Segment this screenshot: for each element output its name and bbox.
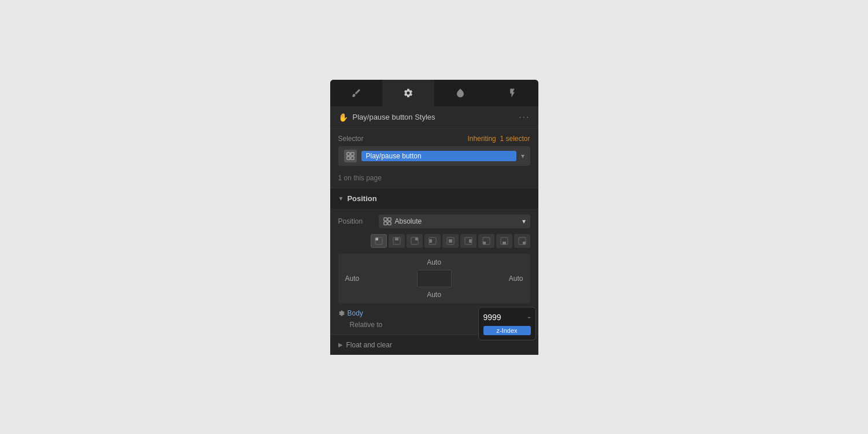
svg-rect-3	[350, 156, 353, 159]
dropdown-arrow-icon: ▾	[521, 152, 525, 160]
tab-settings[interactable]	[382, 80, 434, 106]
position-section-title: Position	[347, 194, 376, 203]
section-collapse-icon: ▼	[338, 195, 344, 202]
selector-dropdown-row: Play/pause button ▾	[330, 146, 538, 170]
pos-right-value[interactable]: Auto	[505, 273, 527, 284]
svg-rect-2	[346, 156, 349, 159]
z-index-value[interactable]: 9999	[483, 313, 501, 322]
position-grid	[338, 234, 530, 248]
svg-rect-1	[350, 152, 353, 155]
grid-btn-top-right[interactable]	[407, 234, 423, 248]
popup-value-row: 9999 -	[483, 312, 531, 322]
position-value: Absolute	[395, 217, 422, 225]
svg-rect-4	[383, 217, 386, 220]
position-select[interactable]: Absolute ▾	[379, 214, 530, 228]
position-section-header[interactable]: ▼ Position	[330, 188, 538, 209]
z-index-popup: 9999 - z-Index	[478, 307, 536, 340]
selector-value: Play/pause button	[361, 151, 516, 161]
panel-header: ✋ Play/pause button Styles ···	[330, 106, 538, 129]
grid-btn-middle-left[interactable]	[424, 234, 441, 248]
float-label: Float and clear	[346, 341, 392, 349]
page-count: 1 on this page	[330, 170, 538, 188]
svg-rect-12	[415, 238, 418, 240]
tab-brush[interactable]	[330, 80, 382, 106]
svg-rect-24	[523, 242, 526, 244]
svg-rect-14	[429, 239, 432, 243]
position-select-arrow: ▾	[522, 217, 526, 225]
selector-dropdown[interactable]: Play/pause button ▾	[338, 146, 530, 166]
styles-panel: ✋ Play/pause button Styles ··· Selector …	[330, 80, 538, 355]
svg-rect-16	[449, 239, 452, 243]
tab-bolt[interactable]	[486, 80, 538, 106]
popup-decrement-button[interactable]: -	[527, 312, 530, 322]
grid-btn-bottom-left[interactable]	[478, 234, 494, 248]
svg-rect-5	[387, 217, 390, 220]
svg-rect-0	[346, 152, 349, 155]
grid-btn-top-left[interactable]	[371, 234, 387, 248]
gear-small-icon	[338, 310, 345, 317]
svg-rect-22	[503, 242, 506, 244]
pos-top-row: Auto	[342, 257, 527, 270]
position-select-inner: Absolute	[383, 217, 422, 225]
position-field-label: Position	[338, 217, 379, 225]
pos-center-box	[417, 270, 452, 287]
pos-left-value[interactable]: Auto	[342, 273, 363, 284]
pos-top-value[interactable]: Auto	[423, 257, 445, 268]
pos-bottom-value[interactable]: Auto	[423, 290, 445, 300]
pos-middle-row: Auto Auto	[342, 270, 527, 287]
grid-btn-top-center[interactable]	[389, 234, 405, 248]
svg-rect-10	[395, 238, 398, 240]
float-collapse-icon: ▶	[338, 342, 343, 348]
inheriting-count[interactable]: 1 selector	[500, 135, 530, 143]
position-section-content: Position Absolute ▾	[330, 209, 538, 335]
svg-rect-8	[375, 238, 378, 240]
hand-icon: ✋	[338, 113, 348, 122]
position-field-row: Position Absolute ▾	[338, 214, 530, 228]
panel-title: Play/pause button Styles	[353, 113, 519, 121]
more-options-button[interactable]: ···	[519, 112, 530, 123]
body-row: Body 9999 - z-Index	[338, 309, 530, 317]
inheriting-text: Inheriting 1 selector	[467, 135, 530, 143]
svg-rect-6	[383, 221, 386, 224]
position-values-grid: Auto Auto Auto Auto	[338, 254, 530, 303]
svg-rect-18	[469, 239, 472, 243]
grid-btn-middle-center[interactable]	[442, 234, 459, 248]
body-text: Body	[348, 309, 363, 317]
z-index-tag[interactable]: z-Index	[483, 326, 531, 335]
svg-rect-7	[387, 221, 390, 224]
grid-btn-middle-right[interactable]	[460, 234, 477, 248]
relative-to-label: Relative to	[350, 321, 383, 329]
selector-label: Selector	[338, 135, 364, 143]
grid-btn-bottom-center[interactable]	[496, 234, 512, 248]
grid-btn-bottom-right[interactable]	[514, 234, 530, 248]
selector-row: Selector Inheriting 1 selector	[330, 129, 538, 146]
tab-bar	[330, 80, 538, 106]
tab-drops[interactable]	[434, 80, 486, 106]
svg-rect-20	[483, 242, 486, 244]
selector-element-icon	[344, 150, 357, 162]
inheriting-prefix: Inheriting	[467, 135, 496, 143]
pos-bottom-row: Auto	[342, 287, 527, 300]
